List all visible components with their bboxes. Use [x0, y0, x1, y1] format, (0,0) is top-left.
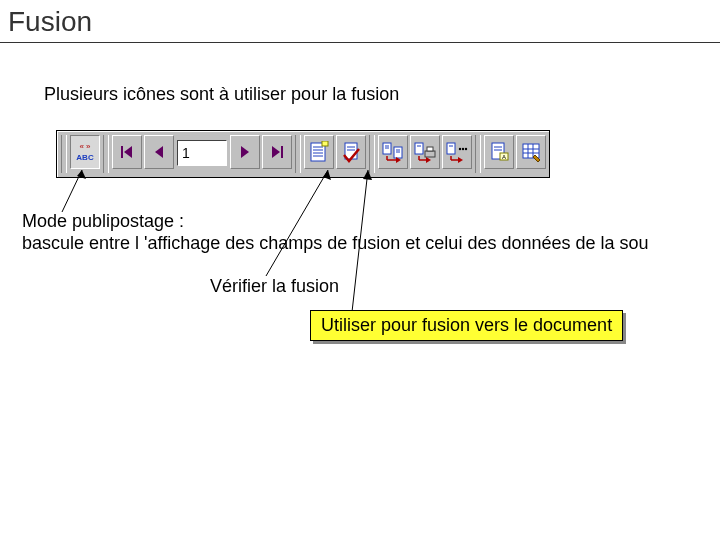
merge-options-icon	[446, 141, 468, 163]
svg-marker-5	[241, 146, 249, 158]
prev-record-icon	[152, 144, 166, 160]
first-record-icon	[119, 144, 135, 160]
view-merged-data-button[interactable]: « » ABC	[70, 135, 100, 169]
last-record-button[interactable]	[262, 135, 292, 169]
mail-merge-toolbar: « » ABC 1	[56, 130, 550, 178]
merge-options-button[interactable]	[442, 135, 472, 169]
toolbar-separator	[369, 135, 375, 173]
check-errors-button[interactable]	[336, 135, 366, 169]
title-rule	[0, 42, 720, 43]
toolbar-separator	[475, 135, 481, 173]
toolbar-frame: « » ABC 1	[56, 130, 550, 178]
mail-merge-helper-button[interactable]	[304, 135, 334, 169]
edit-data-source-button[interactable]	[516, 135, 546, 169]
first-record-button[interactable]	[112, 135, 142, 169]
next-record-button[interactable]	[230, 135, 260, 169]
record-number-input[interactable]: 1	[177, 140, 227, 166]
svg-point-36	[462, 148, 464, 150]
last-record-icon	[269, 144, 285, 160]
verify-fusion-text: Vérifier la fusion	[210, 276, 339, 297]
svg-point-35	[459, 148, 461, 150]
find-record-icon: A	[489, 141, 509, 163]
svg-point-37	[465, 148, 467, 150]
svg-rect-27	[425, 151, 435, 157]
toolbar-separator	[295, 135, 301, 173]
mode-publipostage-text: Mode publipostage : bascule entre l 'aff…	[22, 210, 649, 254]
svg-text:A: A	[502, 154, 506, 160]
abc-toggle-icon: « » ABC	[74, 140, 96, 164]
svg-marker-34	[458, 157, 463, 163]
use-for-merge-callout: Utiliser pour fusion vers le document	[310, 310, 623, 341]
intro-text: Plusieurs icônes sont à utiliser pour la…	[44, 84, 399, 105]
merge-to-document-button[interactable]	[378, 135, 408, 169]
svg-marker-6	[272, 146, 280, 158]
toolbar-separator	[103, 135, 109, 173]
prev-record-button[interactable]	[144, 135, 174, 169]
svg-rect-7	[281, 146, 283, 158]
merge-to-doc-icon	[382, 141, 404, 163]
svg-rect-2	[121, 146, 123, 158]
svg-rect-31	[447, 143, 455, 154]
svg-marker-30	[426, 157, 431, 163]
page-title: Fusion	[8, 6, 92, 38]
check-merge-icon	[341, 141, 361, 163]
edit-data-source-icon	[521, 141, 541, 163]
svg-rect-25	[415, 143, 423, 154]
find-record-button[interactable]: A	[484, 135, 514, 169]
callout-lines	[0, 0, 720, 540]
svg-rect-13	[322, 141, 328, 146]
svg-text:ABC: ABC	[76, 153, 94, 162]
svg-marker-4	[155, 146, 163, 158]
mail-merge-source-icon	[309, 141, 329, 163]
toolbar-separator	[61, 135, 67, 173]
svg-text:« »: « »	[79, 142, 91, 151]
next-record-icon	[238, 144, 252, 160]
merge-to-printer-icon	[414, 141, 436, 163]
merge-to-printer-button[interactable]	[410, 135, 440, 169]
svg-rect-28	[427, 147, 433, 151]
svg-marker-3	[124, 146, 132, 158]
